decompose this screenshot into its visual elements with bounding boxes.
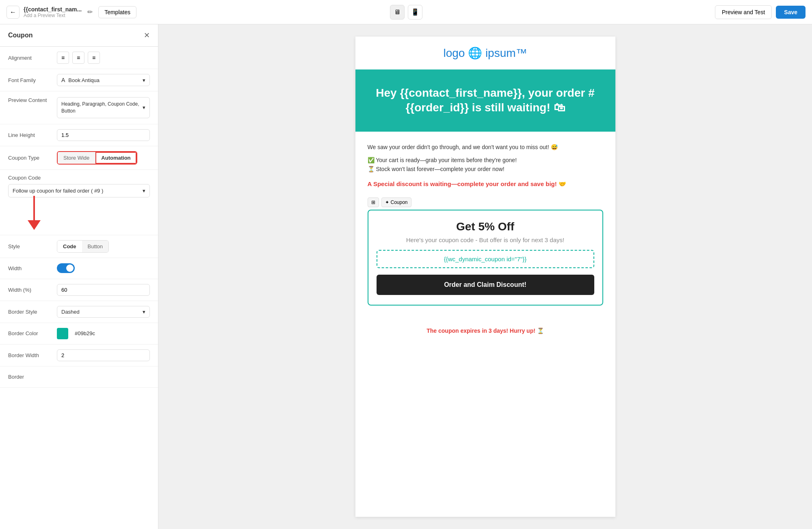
back-button[interactable]: ←	[6, 6, 19, 19]
border-width-input[interactable]: 2	[57, 349, 150, 361]
desktop-view-button[interactable]: 🖥	[390, 5, 405, 20]
coupon-type-store-wide[interactable]: Store Wide	[58, 152, 95, 164]
style-label: Style	[8, 243, 57, 249]
alignment-label: Alignment	[8, 55, 57, 61]
doc-title-main: {{contact_first_nam...	[24, 6, 82, 13]
coupon-type-row: Coupon Type Store Wide Automation	[0, 146, 158, 170]
email-check-item-1: ✅ Your cart is ready—grab your items bef…	[368, 157, 603, 163]
logo-text: logo 🌐 ipsum™	[443, 46, 527, 60]
coupon-cta-button[interactable]: Order and Claim Discount!	[377, 275, 594, 295]
border-color-control: #09b29c	[57, 328, 150, 339]
topbar-left: ← {{contact_first_nam... Add a Preview T…	[6, 6, 136, 19]
main-layout: Coupon ✕ Alignment ≡ ≡ ≡ Font Family A B…	[0, 24, 812, 529]
coupon-block-wrapper: ⊞ ✦ Coupon Get 5% Off Here's your coupon…	[368, 197, 603, 306]
special-discount-text: A Special discount is waiting—complete y…	[368, 180, 603, 188]
email-hero-text: Hey {{contact_first_name}}, your order #…	[368, 86, 603, 115]
coupon-subtitle: Here's your coupon code - But offer is o…	[377, 236, 594, 243]
topbar: ← {{contact_first_nam... Add a Preview T…	[0, 0, 812, 24]
coupon-label-button[interactable]: ✦ Coupon	[381, 197, 411, 207]
mobile-view-button[interactable]: 📱	[408, 5, 422, 20]
email-logo-text: logo 🌐 ipsum™	[365, 46, 606, 60]
topbar-right: Preview and Test Save	[715, 5, 806, 19]
border-color-swatch[interactable]	[57, 328, 68, 339]
border-color-label: Border Color	[8, 330, 57, 336]
width-toggle[interactable]	[57, 263, 75, 273]
border-style-row: Border Style Dashed ▾	[0, 301, 158, 323]
width-row: Width	[0, 258, 158, 279]
font-family-control: A Book Antiqua ▾	[57, 74, 150, 86]
border-row: Border	[0, 366, 158, 388]
border-width-control: 2	[57, 349, 150, 361]
coupon-type-control: Store Wide Automation	[57, 151, 150, 165]
width-percent-label: Width (%)	[8, 287, 57, 293]
style-code-button[interactable]: Code	[57, 241, 82, 252]
doc-title-sub: Add a Preview Text	[24, 13, 82, 18]
email-check-item-2: ⏳ Stock won't last forever—complete your…	[368, 166, 603, 172]
border-style-control: Dashed ▾	[57, 306, 150, 318]
preview-content-value: Heading, Paragraph, Coupon Code, Button	[61, 101, 139, 115]
coupon-type-group: Store Wide Automation	[57, 151, 137, 165]
email-footer: The coupon expires in 3 days! Hurry up! …	[355, 321, 615, 346]
sidebar-header: Coupon ✕	[0, 24, 158, 47]
style-row: Style Code Button	[0, 235, 158, 258]
style-button-button[interactable]: Button	[82, 241, 109, 252]
email-logo: logo 🌐 ipsum™	[355, 37, 615, 69]
line-height-label: Line Height	[8, 132, 57, 138]
sidebar: Coupon ✕ Alignment ≡ ≡ ≡ Font Family A B…	[0, 24, 158, 529]
line-height-input[interactable]: 1.5	[57, 129, 150, 141]
border-width-label: Border Width	[8, 352, 57, 358]
border-width-row: Border Width 2	[0, 345, 158, 366]
coupon-type-label: Coupon Type	[8, 155, 57, 161]
coupon-code-section: Coupon Code Follow up coupon for failed …	[0, 170, 158, 235]
font-family-row: Font Family A Book Antiqua ▾	[0, 69, 158, 91]
align-left-button[interactable]: ≡	[57, 52, 69, 64]
border-style-select[interactable]: Dashed ▾	[57, 306, 150, 318]
email-intro: We saw your order didn't go through, and…	[368, 144, 603, 150]
save-button[interactable]: Save	[776, 6, 806, 19]
border-style-value: Dashed	[61, 309, 80, 315]
align-center-button[interactable]: ≡	[72, 52, 84, 64]
font-family-select[interactable]: A Book Antiqua ▾	[57, 74, 150, 86]
width-percent-input[interactable]: 60	[57, 284, 150, 296]
line-height-control: 1.5	[57, 129, 150, 141]
email-preview: logo 🌐 ipsum™ Hey {{contact_first_name}}…	[355, 37, 615, 517]
coupon-toolbar: ⊞ ✦ Coupon	[368, 197, 603, 207]
coupon-grid-button[interactable]: ⊞	[368, 197, 379, 207]
preview-content-control: Heading, Paragraph, Coupon Code, Button …	[57, 97, 150, 118]
coupon-expiry-text: The coupon expires in 3 days! Hurry up! …	[368, 327, 603, 334]
email-check-list: ✅ Your cart is ready—grab your items bef…	[368, 157, 603, 172]
coupon-code-display: {{wc_dynamic_coupon id="7"}}	[377, 250, 594, 268]
preview-content-select[interactable]: Heading, Paragraph, Coupon Code, Button …	[57, 97, 150, 118]
font-family-value: Book Antiqua	[68, 77, 100, 83]
coupon-type-automation[interactable]: Automation	[95, 152, 136, 164]
width-percent-row: Width (%) 60	[0, 279, 158, 301]
width-control	[57, 263, 150, 273]
alignment-row: Alignment ≡ ≡ ≡	[0, 47, 158, 69]
doc-title-group: {{contact_first_nam... Add a Preview Tex…	[24, 6, 82, 18]
arrow-shaft	[33, 196, 35, 220]
align-right-button[interactable]: ≡	[88, 52, 100, 64]
coupon-box: Get 5% Off Here's your coupon code - But…	[368, 210, 603, 306]
preview-content-label: Preview Content	[8, 97, 57, 103]
grid-icon: ⊞	[371, 199, 375, 205]
preview-content-row: Preview Content Heading, Paragraph, Coup…	[0, 91, 158, 124]
canvas: logo 🌐 ipsum™ Hey {{contact_first_name}}…	[158, 24, 812, 529]
preview-test-button[interactable]: Preview and Test	[715, 5, 772, 19]
coupon-code-label: Coupon Code	[8, 175, 150, 181]
line-height-row: Line Height 1.5	[0, 124, 158, 146]
templates-button[interactable]: Templates	[98, 6, 136, 18]
width-percent-control: 60	[57, 284, 150, 296]
border-color-hex: #09b29c	[75, 330, 95, 336]
coupon-icon: ✦	[385, 199, 389, 205]
email-body: We saw your order didn't go through, and…	[355, 132, 615, 321]
font-family-label: Font Family	[8, 77, 57, 83]
width-label: Width	[8, 265, 57, 271]
alignment-controls: ≡ ≡ ≡	[57, 52, 150, 64]
style-control: Code Button	[57, 240, 150, 253]
view-toggle-group: 🖥 📱	[390, 5, 422, 20]
close-sidebar-button[interactable]: ✕	[144, 31, 150, 40]
arrow-head	[28, 220, 41, 230]
style-group: Code Button	[57, 240, 109, 253]
edit-button[interactable]: ✏	[86, 7, 94, 17]
border-color-row: Border Color #09b29c	[0, 323, 158, 345]
